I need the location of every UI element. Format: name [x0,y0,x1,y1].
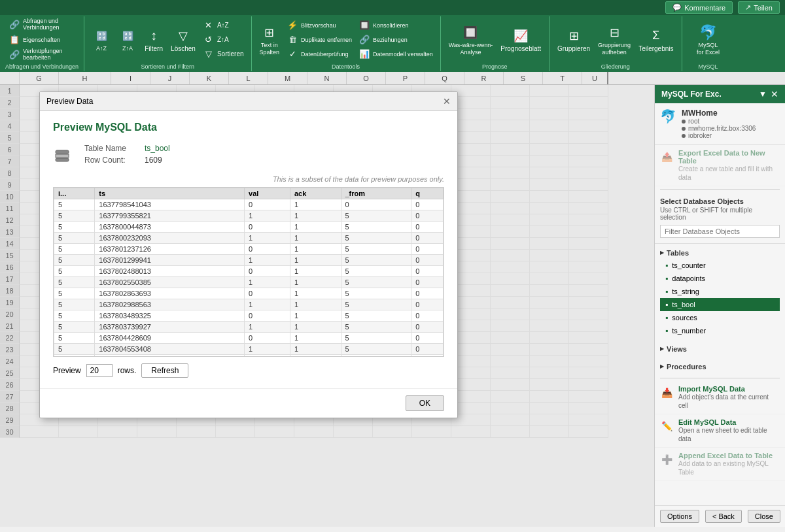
teilen-button[interactable]: ↗ Teilen [738,1,780,14]
gruppierungaufheben-button[interactable]: ⊟ Gruppierungaufheben [595,22,633,58]
table-item-ts_bool[interactable]: ▪ ts_bool [660,298,780,311]
table-icon: ▪ [665,313,668,322]
table-cell: 5 [341,310,411,322]
ok-button[interactable]: OK [406,395,444,411]
table-cell: 1 [245,210,290,222]
table-cell: 0 [411,222,444,233]
mysql-excel-button[interactable]: 🐬 MySQLfor Excel [694,22,722,58]
ribbon-group-sortieren: 🔡 A↑Z 🔡 Z↑A ↕ Filtern ▽ Löschen ✕ [84,16,251,71]
dialog-close-button[interactable]: ✕ [443,96,451,107]
export-icon: 📤 [660,150,673,163]
table-cell: 1 [290,288,341,299]
append-action[interactable]: ➕ Append Excel Data to Table Add data to… [655,448,785,481]
col-header-j: J [150,72,190,84]
preview-label: Preview [53,366,81,375]
panel-close-btn[interactable]: Close [748,510,780,523]
table-cell: 1637800232093 [95,233,245,244]
erweitert-button[interactable]: ▽ Sortieren [201,48,246,61]
table-cell: 1 [290,210,341,222]
col-header-u: U [582,72,608,84]
table-cell: 1 [290,322,341,333]
export-action[interactable]: 📤 Export Excel Data to New Table Create … [655,145,785,186]
views-header[interactable]: ▸ Views [660,342,780,355]
panel-dropdown-icon[interactable]: ▼ [759,90,767,99]
edit-title: Edit MySQL Data [678,418,780,426]
table-item-ts_counter[interactable]: ▪ ts_counter [660,259,780,272]
table-cell: 5 [341,344,411,355]
teilergebnis-button[interactable]: Σ Teilergebnis [636,25,676,54]
table-row: 516378029885631150 [54,299,444,310]
datenmodell-button[interactable]: 📊 Datenmodell verwalten [357,48,435,61]
table-row: 516378028636930150 [54,288,444,299]
ribbon-group-datentools: ⊞ Text inSpalten ⚡ Blitzvorschau 🗑 Dupli… [252,16,441,71]
table-icon: ▪ [665,274,668,283]
panel-header: MySQL For Exc. ▼ ✕ [655,85,785,103]
table-item-ts_number[interactable]: ▪ ts_number [660,324,780,337]
table-item-sources[interactable]: ▪ sources [660,311,780,324]
gruppieren-button[interactable]: ⊞ Gruppieren [555,25,593,54]
waswaere-button[interactable]: 🔲 Was-wäre-wenn-Analyse [446,22,496,58]
filtern-button[interactable]: ▽ Löschen [168,25,198,54]
edit-action[interactable]: ✏️ Edit MySQL Data Open a new sheet to e… [655,414,785,448]
datenueberp-button[interactable]: ✓ Datenüberprüfung [285,48,354,61]
refresh-button[interactable]: Refresh [141,363,188,378]
sortieren-az-button[interactable]: 🔡 A↑Z [90,25,113,54]
procedures-header[interactable]: ▸ Procedures [660,360,780,373]
aufheben-icon: ⊟ [605,24,623,42]
table-cell: 1 [245,322,290,333]
import-icon: 📥 [660,386,673,399]
table-cell: 0 [341,199,411,210]
filter-db-objects-input[interactable] [660,225,780,238]
kommentare-button[interactable]: 💬 Kommentare [665,1,733,14]
panel-close-button[interactable]: ✕ [771,89,778,99]
sortieren-za-button[interactable]: 🔡 Z↑A [116,25,139,54]
table-item-datapoints[interactable]: ▪ datapoints [660,272,780,285]
col-header-o: O [347,72,386,84]
ribbon-group-gliederung: ⊞ Gruppieren ⊟ Gruppierungaufheben Σ Tei… [550,16,682,71]
import-action[interactable]: 📥 Import MySQL Data Add object's data at… [655,381,785,414]
abfragen-button[interactable]: 🔗 Abfragen und Verbindungen [7,18,77,32]
preview-rows-input[interactable] [86,364,113,377]
preview-note: This is a subset of the data for preview… [53,175,444,183]
procedures-label: Procedures [667,363,706,371]
col-header-from: _from [341,188,411,199]
import-desc: Add object's data at the current cell [678,393,780,410]
table-name: ts_bool [672,301,695,308]
verknuepfungen-icon: 🔗 [9,49,20,61]
prognoseblatt-button[interactable]: 📈 Prognoseblatt [498,25,544,54]
table-item-ts_string[interactable]: ▪ ts_string [660,285,780,298]
duplikate-button[interactable]: 🗑 Duplikate entfernen [285,33,354,46]
table-cell: 0 [411,199,444,210]
table-cell: 0 [411,233,444,244]
eigenschaften-button[interactable]: 📋 Eigenschaften [7,33,77,46]
views-chevron: ▸ [660,344,664,353]
table-cell: 0 [245,244,290,255]
textspalten-button[interactable]: ⊞ Text inSpalten [257,22,283,58]
table-cell: 1637804553408 [95,344,245,355]
erneut-button[interactable]: ↺ Z↑A [201,33,246,46]
table-cell: 5 [341,277,411,288]
table-row: 516378045534081150 [54,344,444,355]
mysql-icon: 🐬 [699,24,717,42]
back-button[interactable]: < Back [705,510,742,523]
table-row: 516378002320931150 [54,233,444,244]
ribbon-top: 💬 Kommentare ↗ Teilen [0,0,785,15]
beziehungen-button[interactable]: 🔗 Beziehungen [357,33,435,46]
verknuepfungen-button[interactable]: 🔗 Verknüpfungen bearbeiten [7,48,77,62]
tables-header[interactable]: ▸ Tables [660,246,780,259]
sortieren-button[interactable]: ↕ Filtern [142,25,166,54]
table-cell: 0 [245,333,290,344]
col-header-t: T [543,72,582,84]
table-cell: 5 [54,344,95,355]
beziehungen-icon: 🔗 [358,34,370,46]
col-header-ts: ts [95,188,245,199]
konsolidieren-button[interactable]: 🔲 Konsolidieren [357,19,435,32]
col-header-ack: ack [290,188,341,199]
blitzvorschau-button[interactable]: ⚡ Blitzvorschau [285,19,354,32]
options-button[interactable]: Options [660,510,699,523]
data-table-wrapper[interactable]: i... ts val ack _from q 5163779854104301… [53,187,444,357]
table-cell: 5 [341,333,411,344]
table-cell: 1637798541043 [95,199,245,210]
loeschen-button[interactable]: ✕ A↑Z [201,19,246,32]
waswaere-icon: 🔲 [461,24,480,42]
